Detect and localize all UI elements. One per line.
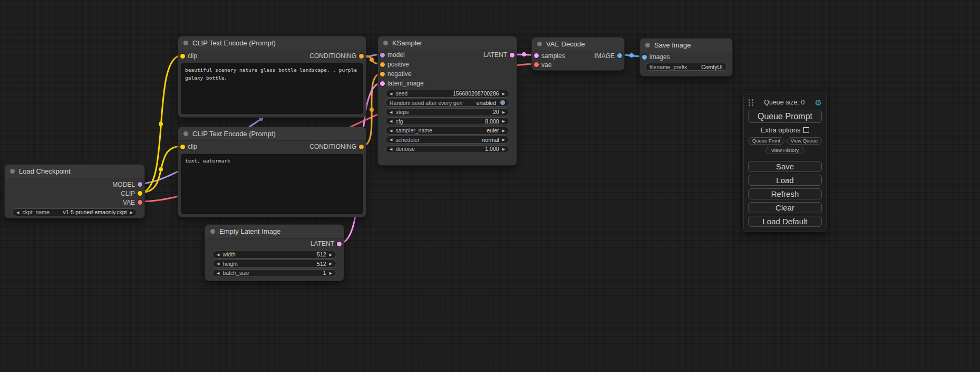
- refresh-button[interactable]: Refresh: [748, 188, 822, 199]
- scheduler-widget[interactable]: ◀ scheduler normal ▶: [385, 136, 509, 144]
- decrement-arrow-icon[interactable]: ◀: [217, 260, 219, 268]
- decrement-arrow-icon[interactable]: ◀: [390, 127, 392, 135]
- sampler-name-widget[interactable]: ◀ sampler_name euler ▶: [385, 127, 509, 135]
- ckpt-name-widget[interactable]: ◀ ckpt_name v1-5-pruned-emaonly.ckpt ▶: [12, 208, 137, 216]
- node-collapse-dot[interactable]: [537, 42, 542, 46]
- node-empty-latent-image[interactable]: Empty Latent Image LATENT ◀ width 512 ▶ …: [205, 224, 344, 281]
- node-body: images filename_prefix ComfyUI: [640, 52, 732, 71]
- clip-input-dot[interactable]: [180, 54, 185, 59]
- node-collapse-dot[interactable]: [183, 41, 188, 45]
- latent-output-dot[interactable]: [510, 53, 515, 58]
- decrement-arrow-icon[interactable]: ◀: [390, 136, 392, 144]
- node-clip-text-encode-positive[interactable]: CLIP Text Encode (Prompt) clip CONDITION…: [178, 36, 366, 118]
- node-title-label: Load Checkpoint: [19, 167, 71, 175]
- clip-input-dot[interactable]: [180, 145, 185, 149]
- node-ksampler[interactable]: KSampler model LATENT positive negative: [377, 36, 517, 166]
- node-body: model LATENT positive negative latent_im…: [378, 50, 517, 153]
- node-vae-decode[interactable]: VAE Decode samples IMAGE vae: [531, 37, 625, 71]
- samples-input-dot[interactable]: [534, 53, 539, 58]
- node-collapse-dot[interactable]: [645, 43, 650, 47]
- random-seed-widget[interactable]: Random seed after every gen enabled: [385, 99, 509, 107]
- output-slot-clip: CLIP: [5, 189, 144, 198]
- node-title-bar[interactable]: CLIP Text Encode (Prompt): [178, 36, 366, 50]
- save-button[interactable]: Save: [748, 161, 822, 172]
- slot-label: images: [649, 53, 670, 61]
- decrement-arrow-icon[interactable]: ◀: [390, 117, 392, 125]
- node-title-bar[interactable]: Empty Latent Image: [205, 225, 344, 239]
- decrement-arrow-icon[interactable]: ◀: [217, 269, 219, 277]
- node-collapse-dot[interactable]: [210, 229, 215, 234]
- positive-input-dot[interactable]: [380, 62, 385, 67]
- conditioning-output-dot[interactable]: [359, 54, 364, 59]
- node-save-image[interactable]: Save Image images filename_prefix ComfyU…: [639, 38, 733, 77]
- queue-front-button[interactable]: Queue Front: [748, 137, 784, 145]
- batch-size-widget[interactable]: ◀ batch_size 1 ▶: [212, 269, 336, 277]
- load-default-button[interactable]: Load Default: [748, 216, 822, 227]
- image-output-dot[interactable]: [617, 53, 622, 58]
- input-slot-vae: vae: [532, 60, 624, 69]
- increment-arrow-icon[interactable]: ▶: [329, 269, 332, 277]
- seed-widget[interactable]: ◀ seed 156680208700286 ▶: [385, 90, 509, 98]
- widget-label: filename_prefix: [649, 64, 687, 70]
- settings-gear-icon[interactable]: ⚙: [815, 99, 822, 107]
- model-input-dot[interactable]: [380, 53, 385, 58]
- increment-arrow-icon[interactable]: ▶: [502, 117, 505, 125]
- increment-arrow-icon[interactable]: ▶: [502, 127, 505, 135]
- node-title-bar[interactable]: VAE Decode: [532, 37, 624, 51]
- increment-arrow-icon[interactable]: ▶: [329, 251, 332, 259]
- node-collapse-dot[interactable]: [10, 169, 15, 174]
- increment-arrow-icon[interactable]: ▶: [130, 208, 133, 216]
- increment-arrow-icon[interactable]: ▶: [502, 108, 505, 116]
- cfg-widget[interactable]: ◀ cfg 8.000 ▶: [385, 117, 509, 125]
- node-title-bar[interactable]: KSampler: [378, 36, 517, 50]
- input-slot-samples: samples: [534, 52, 565, 60]
- conditioning-output-dot[interactable]: [359, 145, 364, 149]
- vae-input-dot[interactable]: [534, 62, 539, 67]
- node-title-bar[interactable]: Load Checkpoint: [5, 165, 144, 178]
- view-queue-button[interactable]: View Queue: [787, 137, 822, 145]
- toggle-knob-icon[interactable]: [500, 100, 505, 105]
- wire-midpoint-dot: [370, 108, 374, 112]
- extra-options-checkbox[interactable]: [803, 127, 809, 133]
- increment-arrow-icon[interactable]: ▶: [329, 260, 332, 268]
- view-history-button[interactable]: View History: [765, 147, 805, 154]
- latent-output-dot[interactable]: [337, 242, 342, 246]
- node-graph-canvas[interactable]: Load Checkpoint MODEL CLIP VAE ◀ ckpt_na…: [0, 0, 980, 372]
- node-title-bar[interactable]: Save Image: [640, 39, 732, 52]
- clip-output-dot[interactable]: [138, 191, 142, 196]
- decrement-arrow-icon[interactable]: ◀: [390, 90, 392, 98]
- input-slot-model: model: [380, 51, 405, 59]
- positive-prompt-textarea[interactable]: beautiful scenery nature glass bottle la…: [181, 63, 363, 114]
- decrement-arrow-icon[interactable]: ◀: [390, 108, 392, 116]
- steps-widget[interactable]: ◀ steps 20 ▶: [385, 108, 509, 116]
- decrement-arrow-icon[interactable]: ◀: [390, 145, 392, 153]
- width-widget[interactable]: ◀ width 512 ▶: [212, 251, 336, 259]
- negative-input-dot[interactable]: [380, 72, 385, 77]
- output-slot-latent: LATENT: [483, 51, 515, 59]
- images-input-dot[interactable]: [642, 55, 647, 60]
- increment-arrow-icon[interactable]: ▶: [502, 90, 505, 98]
- queue-prompt-button[interactable]: Queue Prompt: [748, 110, 822, 123]
- model-output-dot[interactable]: [138, 182, 142, 187]
- widget-label: denoise: [395, 146, 415, 152]
- vae-output-dot[interactable]: [138, 200, 142, 205]
- increment-arrow-icon[interactable]: ▶: [502, 145, 505, 153]
- node-title-bar[interactable]: CLIP Text Encode (Prompt): [178, 127, 366, 141]
- height-widget[interactable]: ◀ height 512 ▶: [212, 260, 336, 268]
- node-collapse-dot[interactable]: [183, 131, 188, 136]
- clear-button[interactable]: Clear: [748, 202, 822, 213]
- increment-arrow-icon[interactable]: ▶: [502, 136, 505, 144]
- wire-midpoint-dot: [159, 122, 163, 126]
- widget-value: 1.000: [485, 146, 499, 152]
- drag-handle-icon[interactable]: [748, 99, 754, 107]
- negative-prompt-textarea[interactable]: text, watermark: [181, 154, 363, 214]
- latent-image-input-dot[interactable]: [380, 81, 385, 86]
- load-button[interactable]: Load: [748, 175, 822, 186]
- node-load-checkpoint[interactable]: Load Checkpoint MODEL CLIP VAE ◀ ckpt_na…: [4, 164, 145, 218]
- filename-prefix-widget[interactable]: filename_prefix ComfyUI: [645, 63, 727, 71]
- node-clip-text-encode-negative[interactable]: CLIP Text Encode (Prompt) clip CONDITION…: [178, 127, 366, 217]
- decrement-arrow-icon[interactable]: ◀: [16, 208, 19, 216]
- denoise-widget[interactable]: ◀ denoise 1.000 ▶: [385, 145, 509, 153]
- decrement-arrow-icon[interactable]: ◀: [217, 251, 219, 259]
- node-collapse-dot[interactable]: [383, 41, 388, 45]
